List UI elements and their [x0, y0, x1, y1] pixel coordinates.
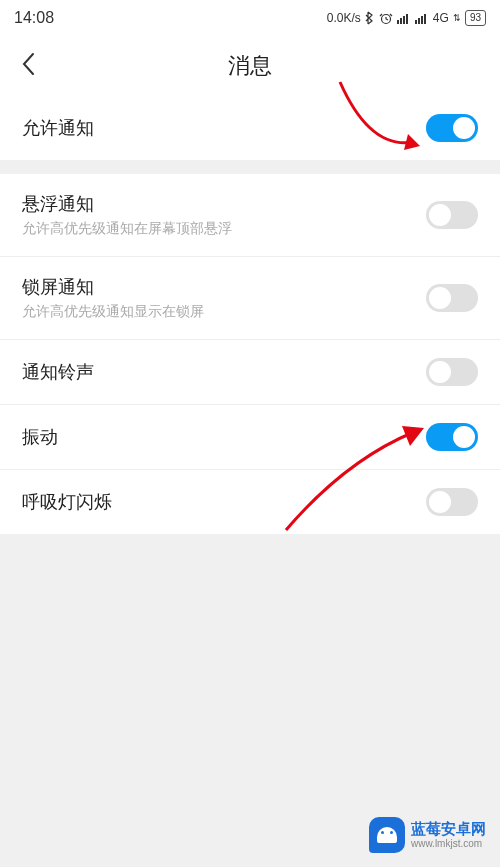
section-divider — [0, 160, 500, 174]
row-ringtone[interactable]: 通知铃声 — [0, 340, 500, 405]
network-speed: 0.0K/s — [327, 11, 361, 25]
header: 消息 — [0, 36, 500, 96]
row-allow-notification[interactable]: 允许通知 — [0, 96, 500, 160]
status-indicators: 0.0K/s 4G ⇅ 93 — [327, 10, 486, 26]
vibration-label: 振动 — [22, 425, 58, 449]
signal-icon-2 — [415, 12, 429, 24]
network-type: 4G — [433, 11, 449, 25]
floating-notification-subtitle: 允许高优先级通知在屏幕顶部悬浮 — [22, 220, 232, 238]
back-button[interactable] — [20, 51, 36, 81]
status-time: 14:08 — [14, 9, 54, 27]
breathing-light-label: 呼吸灯闪烁 — [22, 490, 112, 514]
bluetooth-icon — [365, 11, 375, 25]
allow-notification-toggle[interactable] — [426, 114, 478, 142]
signal-icon-1 — [397, 12, 411, 24]
floating-notification-label: 悬浮通知 — [22, 192, 232, 216]
page-title: 消息 — [228, 51, 272, 81]
row-floating-notification[interactable]: 悬浮通知 允许高优先级通知在屏幕顶部悬浮 — [0, 174, 500, 257]
status-bar: 14:08 0.0K/s 4G ⇅ 93 — [0, 0, 500, 36]
ringtone-toggle[interactable] — [426, 358, 478, 386]
row-lockscreen-notification[interactable]: 锁屏通知 允许高优先级通知显示在锁屏 — [0, 257, 500, 340]
floating-notification-toggle[interactable] — [426, 201, 478, 229]
alarm-icon — [379, 11, 393, 25]
watermark-title: 蓝莓安卓网 — [411, 820, 486, 838]
battery-indicator: 93 — [465, 10, 486, 26]
allow-notification-label: 允许通知 — [22, 116, 94, 140]
breathing-light-toggle[interactable] — [426, 488, 478, 516]
vibration-toggle[interactable] — [426, 423, 478, 451]
lockscreen-notification-label: 锁屏通知 — [22, 275, 204, 299]
lockscreen-notification-subtitle: 允许高优先级通知显示在锁屏 — [22, 303, 204, 321]
watermark-logo-icon — [369, 817, 405, 853]
network-arrows-icon: ⇅ — [453, 13, 461, 23]
watermark: 蓝莓安卓网 www.lmkjst.com — [369, 817, 486, 853]
row-vibration[interactable]: 振动 — [0, 405, 500, 470]
row-breathing-light[interactable]: 呼吸灯闪烁 — [0, 470, 500, 534]
ringtone-label: 通知铃声 — [22, 360, 94, 384]
lockscreen-notification-toggle[interactable] — [426, 284, 478, 312]
watermark-url: www.lmkjst.com — [411, 838, 486, 850]
